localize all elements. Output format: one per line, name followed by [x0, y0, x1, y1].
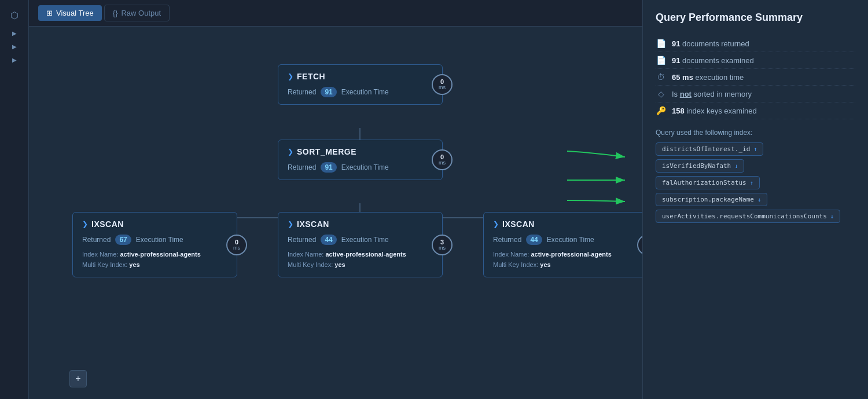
index-tag-4: userActivities.requestsCommunicationsCou… — [656, 210, 840, 223]
sort-desc-icon-3: ↓ — [757, 196, 761, 203]
index-section-title: Query used the following index: — [656, 129, 855, 137]
index-keys-num: 158 — [672, 107, 685, 115]
index-tag-0: districtsOfInterest._id ↑ — [656, 142, 763, 156]
sidebar-arrow-2[interactable]: ▶ — [11, 42, 18, 51]
ixscan-left-index-name-label: Index Name: — [82, 251, 118, 258]
ixscan-right-meta: Index Name: active-professional-agents M… — [493, 250, 638, 270]
sort-timer: 0 ms — [432, 149, 453, 170]
raw-output-tab[interactable]: {} Raw Output — [104, 5, 170, 21]
raw-output-icon: {} — [113, 9, 118, 17]
summary-item-4: 🔑 158 index keys examined — [656, 103, 855, 119]
ixscan-mid-index-name-label: Index Name: — [288, 251, 323, 258]
ixscan-left-timer-unit: ms — [233, 246, 240, 251]
sidebar-arrow-1[interactable]: ▶ — [11, 29, 18, 38]
index-tag-1: isVerifiedByNafath ↓ — [656, 159, 744, 173]
ixscan-mid-multi-key-label: Multi Key Index: — [288, 261, 333, 268]
not-keyword: not — [680, 90, 692, 98]
sidebar-arrow-3[interactable]: ▶ — [11, 56, 18, 64]
docs-examined-icon: 📄 — [656, 56, 666, 65]
exec-time-num: 65 ms — [672, 73, 693, 82]
ixscan-right-returned-value: 44 — [526, 235, 542, 245]
index-name-0: districtsOfInterest._id — [662, 145, 750, 153]
ixscan-right-node: ❯ IXSCAN Returned 44 Execution Time Inde… — [483, 212, 642, 277]
sort-merge-node: ❯ SORT_MERGE Returned 91 Execution Time … — [278, 140, 443, 180]
index-keys-text: 158 index keys examined — [672, 107, 757, 115]
panel-title: Query Performance Summary — [656, 12, 855, 24]
ixscan-left-timer: 0 ms — [226, 235, 247, 255]
ixscan-right-execution-label: Execution Time — [547, 236, 594, 244]
exec-time-icon: ⏱ — [656, 72, 666, 82]
ixscan-left-meta: Index Name: active-professional-agents M… — [82, 250, 227, 270]
fetch-chevron-icon[interactable]: ❯ — [288, 72, 293, 80]
main-content: ⊞ Visual Tree {} Raw Output ❯ — [29, 0, 642, 399]
ixscan-mid-returned-value: 44 — [321, 235, 336, 245]
ixscan-left-execution-label: Execution Time — [136, 236, 183, 244]
ixscan-left-multi-key-value: yes — [129, 261, 139, 268]
sort-timer-unit: ms — [439, 160, 446, 166]
index-tag-3: subscription.packageName ↓ — [656, 193, 767, 206]
ixscan-mid-index-name-value: active-professional-agents — [325, 251, 406, 258]
zoom-plus-icon: + — [75, 374, 80, 384]
index-name-1: isVerifiedByNafath — [662, 162, 731, 170]
index-section: Query used the following index: district… — [656, 129, 855, 226]
ixscan-left-returned-label: Returned — [82, 236, 111, 244]
index-tag-2: falAuthorizationStatus ↑ — [656, 176, 760, 189]
sorted-text: Is not sorted in memory — [672, 90, 752, 98]
fetch-returned-label: Returned — [288, 88, 316, 96]
canvas-area: ❯ FETCH Returned 91 Execution Time 0 ms … — [29, 27, 642, 399]
sorted-icon: ◇ — [656, 89, 666, 98]
ixscan-right-title: IXSCAN — [502, 219, 535, 229]
fetch-title: FETCH — [297, 72, 325, 81]
docs-returned-text: 91 documents returned — [672, 39, 749, 48]
summary-item-1: 📄 91 documents examined — [656, 52, 855, 69]
ixscan-mid-meta: Index Name: active-professional-agents M… — [288, 250, 433, 270]
sort-returned-value: 91 — [321, 162, 336, 173]
index-name-2: falAuthorizationStatus — [662, 179, 746, 186]
ixscan-left-returned-value: 67 — [115, 235, 131, 245]
raw-output-label: Raw Output — [121, 9, 161, 17]
ixscan-mid-node: ❯ IXSCAN Returned 44 Execution Time Inde… — [278, 212, 443, 277]
fetch-execution-label: Execution Time — [341, 88, 389, 96]
fetch-timer: 0 ms — [432, 74, 453, 95]
ixscan-left-index-name-value: active-professional-agents — [120, 251, 200, 258]
exec-time-text: 65 ms execution time — [672, 73, 744, 82]
docs-examined-num: 91 — [672, 56, 680, 65]
ixscan-right-header: ❯ IXSCAN — [493, 219, 638, 229]
docs-examined-text: 91 documents examined — [672, 56, 754, 65]
ixscan-right-stats: Returned 44 Execution Time — [493, 235, 638, 245]
index-name-4: userActivities.requestsCommunicationsCou… — [662, 213, 827, 220]
visual-tree-tab[interactable]: ⊞ Visual Tree — [38, 5, 102, 21]
sort-stats: Returned 91 Execution Time — [288, 162, 433, 173]
sidebar: ⬡ ▶ ▶ ▶ — [0, 0, 29, 399]
fetch-returned-value: 91 — [321, 87, 336, 97]
visual-tree-icon: ⊞ — [46, 9, 53, 17]
sort-title: SORT_MERGE — [297, 147, 356, 156]
sort-asc-icon-2: ↑ — [750, 180, 753, 186]
sort-chevron-icon[interactable]: ❯ — [288, 148, 293, 156]
ixscan-right-returned-label: Returned — [493, 236, 521, 244]
ixscan-mid-stats: Returned 44 Execution Time — [288, 235, 433, 245]
ixscan-right-index-name-label: Index Name: — [493, 251, 529, 258]
toolbar: ⊞ Visual Tree {} Raw Output — [29, 0, 642, 27]
ixscan-right-multi-key-value: yes — [540, 261, 550, 268]
ixscan-left-multi-key-label: Multi Key Index: — [82, 261, 127, 268]
ixscan-left-chevron-icon[interactable]: ❯ — [82, 220, 88, 228]
ixscan-mid-chevron-icon[interactable]: ❯ — [288, 220, 293, 228]
right-panel: Query Performance Summary 📄 91 documents… — [642, 0, 868, 399]
summary-item-2: ⏱ 65 ms execution time — [656, 69, 855, 86]
docs-returned-icon: 📄 — [656, 39, 666, 48]
sort-returned-label: Returned — [288, 163, 316, 171]
sort-header: ❯ SORT_MERGE — [288, 147, 433, 156]
ixscan-mid-timer: 3 ms — [432, 235, 453, 255]
ixscan-right-chevron-icon[interactable]: ❯ — [493, 220, 499, 228]
zoom-in-button[interactable]: + — [69, 370, 87, 387]
fetch-stats: Returned 91 Execution Time — [288, 87, 433, 97]
ixscan-mid-header: ❯ IXSCAN — [288, 219, 433, 229]
sidebar-main-icon[interactable]: ⬡ — [5, 6, 24, 24]
ixscan-left-stats: Returned 67 Execution Time — [82, 235, 227, 245]
summary-item-3: ◇ Is not sorted in memory — [656, 86, 855, 103]
sort-execution-label: Execution Time — [341, 163, 389, 171]
index-name-3: subscription.packageName — [662, 196, 754, 203]
ixscan-mid-multi-key-value: yes — [334, 261, 345, 268]
visual-tree-label: Visual Tree — [56, 9, 94, 17]
